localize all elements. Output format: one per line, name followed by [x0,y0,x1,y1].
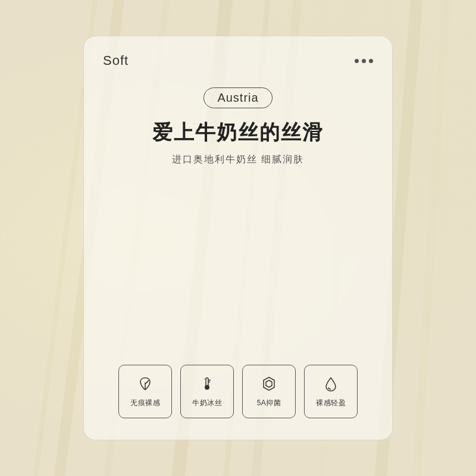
feature-light-label: 裸感轻盈 [316,398,346,408]
feature-antibacterial: 5A抑菌 [242,365,296,418]
feature-no-trace: 无痕裸感 [118,365,172,418]
feature-milk-ice: 牛奶冰丝 [180,365,234,418]
dot-2 [362,59,366,63]
svg-marker-15 [266,380,272,387]
svg-marker-14 [264,377,274,390]
thermometer-icon [199,375,215,394]
headline-text: 爱上牛奶丝的丝滑 [152,119,324,145]
hexagon-icon [261,375,277,394]
card-header: Soft [103,53,373,68]
feature-milk-ice-label: 牛奶冰丝 [192,398,222,408]
leaf-icon [137,375,154,394]
subtitle-text: 进口奥地利牛奶丝 细腻润肤 [172,154,304,166]
features-row: 无痕裸感 牛奶冰丝 5A抑菌 [118,365,358,418]
dot-1 [355,59,359,63]
origin-badge: Austria [203,87,272,108]
svg-rect-9 [206,378,208,386]
drop-icon [322,375,339,394]
svg-point-10 [205,385,209,390]
dot-3 [369,59,373,63]
feature-light: 裸感轻盈 [304,365,358,418]
feature-no-trace-label: 无痕裸感 [130,398,160,408]
svg-line-7 [416,0,446,476]
more-menu-button[interactable] [355,59,373,63]
main-card: Soft Austria 爱上牛奶丝的丝滑 进口奥地利牛奶丝 细腻润肤 无痕裸感 [83,36,393,440]
feature-antibacterial-label: 5A抑菌 [257,398,281,408]
card-title: Soft [103,53,129,68]
